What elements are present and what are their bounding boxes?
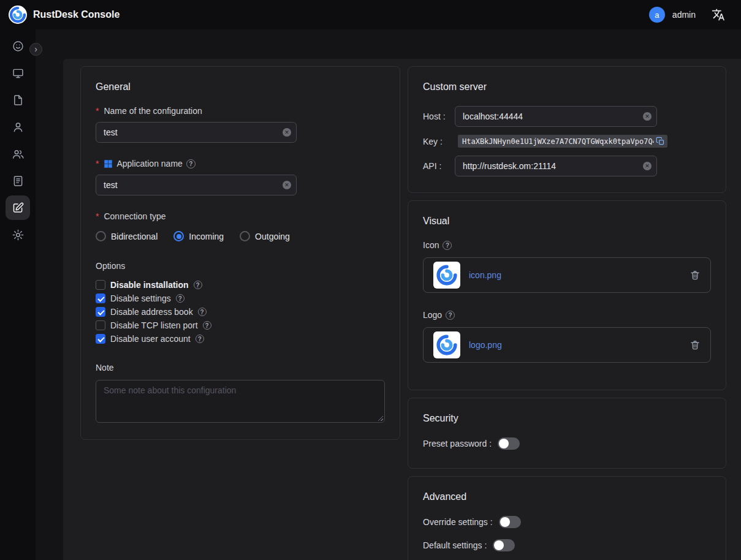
default-settings-label: Default settings : bbox=[423, 540, 487, 550]
settings-icon[interactable] bbox=[6, 222, 30, 247]
option-disable-installation[interactable]: Disable installation bbox=[96, 278, 385, 292]
name-input[interactable] bbox=[96, 122, 297, 143]
trash-icon[interactable] bbox=[690, 270, 701, 281]
help-icon[interactable] bbox=[198, 308, 207, 316]
radio-incoming[interactable]: Incoming bbox=[173, 231, 224, 241]
help-icon[interactable] bbox=[446, 311, 455, 320]
copy-icon[interactable] bbox=[656, 137, 665, 146]
radio-icon[interactable] bbox=[240, 231, 250, 241]
custom-server-card: Custom server Host : Key : HtaXBkJNHyn0e… bbox=[408, 66, 726, 193]
app-name-input[interactable] bbox=[96, 175, 297, 195]
smiley-icon[interactable] bbox=[6, 34, 30, 58]
option-label: Disable settings bbox=[110, 293, 171, 303]
advanced-title: Advanced bbox=[423, 491, 711, 502]
sidebar-expand-button[interactable] bbox=[29, 43, 42, 56]
option-label: Disable TCP listen port bbox=[110, 320, 198, 330]
radio-label: Outgoing bbox=[255, 232, 290, 241]
security-title: Security bbox=[423, 413, 711, 424]
help-icon[interactable] bbox=[196, 335, 204, 343]
host-row: Host : bbox=[423, 106, 711, 127]
users-icon[interactable] bbox=[6, 142, 30, 166]
app-name-label: Application name bbox=[116, 159, 182, 168]
top-bar: RustDesk Console a admin bbox=[0, 0, 741, 29]
security-card: Security Preset password : bbox=[408, 398, 726, 469]
monitor-icon[interactable] bbox=[6, 61, 30, 85]
note-wrap bbox=[96, 380, 385, 425]
note-textarea[interactable] bbox=[96, 380, 385, 423]
note-label-row: Note bbox=[96, 363, 385, 373]
name-label: Name of the configuration bbox=[104, 106, 202, 116]
app-name-label-row: Application name bbox=[96, 159, 385, 168]
radio-icon[interactable] bbox=[96, 231, 106, 241]
document-icon[interactable] bbox=[6, 88, 30, 112]
sidebar bbox=[0, 29, 36, 560]
radio-outgoing[interactable]: Outgoing bbox=[240, 231, 290, 241]
help-icon[interactable] bbox=[443, 241, 452, 250]
clear-icon[interactable] bbox=[643, 112, 652, 121]
option-disable-user-account[interactable]: Disable user account bbox=[96, 332, 385, 346]
option-label: Disable installation bbox=[110, 280, 189, 290]
option-label: Disable address book bbox=[110, 307, 193, 317]
checkbox-icon[interactable] bbox=[96, 280, 105, 290]
api-input[interactable] bbox=[455, 156, 657, 176]
preset-password-toggle[interactable] bbox=[498, 437, 520, 450]
clear-icon[interactable] bbox=[283, 181, 291, 189]
windows-icon bbox=[104, 159, 113, 168]
translate-icon[interactable] bbox=[712, 8, 725, 21]
logo-label: Logo bbox=[423, 310, 442, 320]
key-label: Key : bbox=[423, 137, 455, 146]
key-row: Key : HtaXBkJNHyn0e1U1jWXze7A7CN7QTGWqxk… bbox=[423, 135, 711, 148]
logbook-icon[interactable] bbox=[6, 168, 30, 193]
icon-file-link[interactable]: icon.png bbox=[469, 270, 501, 280]
avatar[interactable]: a bbox=[649, 7, 665, 23]
edit-icon[interactable] bbox=[6, 195, 30, 220]
checkbox-icon[interactable] bbox=[96, 334, 105, 344]
api-input-wrap bbox=[455, 156, 657, 176]
username[interactable]: admin bbox=[672, 10, 696, 20]
name-label-row: Name of the configuration bbox=[96, 106, 385, 116]
radio-bidirectional[interactable]: Bidirectional bbox=[96, 231, 158, 241]
help-icon[interactable] bbox=[176, 294, 184, 303]
visual-title: Visual bbox=[423, 216, 711, 227]
user-icon[interactable] bbox=[6, 115, 30, 139]
radio-label: Bidirectional bbox=[111, 232, 158, 241]
name-input-wrap bbox=[96, 122, 297, 143]
logo-file-link[interactable]: logo.png bbox=[469, 340, 502, 350]
radio-icon[interactable] bbox=[173, 231, 184, 241]
option-disable-settings[interactable]: Disable settings bbox=[96, 292, 385, 305]
logo-file-box: logo.png bbox=[423, 327, 711, 363]
override-settings-toggle[interactable] bbox=[499, 516, 521, 528]
default-settings-toggle[interactable] bbox=[493, 539, 515, 551]
trash-icon[interactable] bbox=[690, 339, 701, 350]
toggle-knob bbox=[499, 439, 509, 448]
advanced-card: Advanced Override settings : Default set… bbox=[408, 476, 726, 560]
preset-password-row: Preset password : bbox=[423, 437, 711, 450]
host-label: Host : bbox=[423, 112, 455, 121]
help-icon[interactable] bbox=[186, 159, 196, 168]
app-name-input-wrap bbox=[96, 175, 297, 195]
clear-icon[interactable] bbox=[643, 162, 652, 170]
default-settings-row: Default settings : bbox=[423, 539, 711, 551]
connection-type-radios: Bidirectional Incoming Outgoing bbox=[96, 231, 385, 241]
preset-password-label: Preset password : bbox=[423, 439, 492, 448]
options-label: Options bbox=[96, 261, 385, 271]
general-card: General Name of the configuration Applic… bbox=[80, 66, 400, 440]
option-disable-tcp-listen-port[interactable]: Disable TCP listen port bbox=[96, 319, 385, 332]
help-icon[interactable] bbox=[203, 321, 211, 330]
required-asterisk bbox=[96, 106, 100, 116]
main-content: General Name of the configuration Applic… bbox=[63, 59, 741, 560]
host-input[interactable] bbox=[455, 106, 657, 127]
override-settings-row: Override settings : bbox=[423, 516, 711, 528]
api-label: API : bbox=[423, 161, 455, 171]
checkbox-icon[interactable] bbox=[96, 293, 105, 303]
checkbox-icon[interactable] bbox=[96, 307, 105, 317]
help-icon[interactable] bbox=[194, 281, 202, 289]
clear-icon[interactable] bbox=[283, 128, 291, 137]
radio-label: Incoming bbox=[189, 232, 224, 241]
checkbox-icon[interactable] bbox=[96, 320, 105, 330]
logo-label-row: Logo bbox=[423, 310, 711, 320]
note-label: Note bbox=[96, 363, 114, 373]
option-disable-address-book[interactable]: Disable address book bbox=[96, 305, 385, 319]
icon-preview bbox=[433, 262, 460, 289]
override-settings-label: Override settings : bbox=[423, 517, 493, 527]
